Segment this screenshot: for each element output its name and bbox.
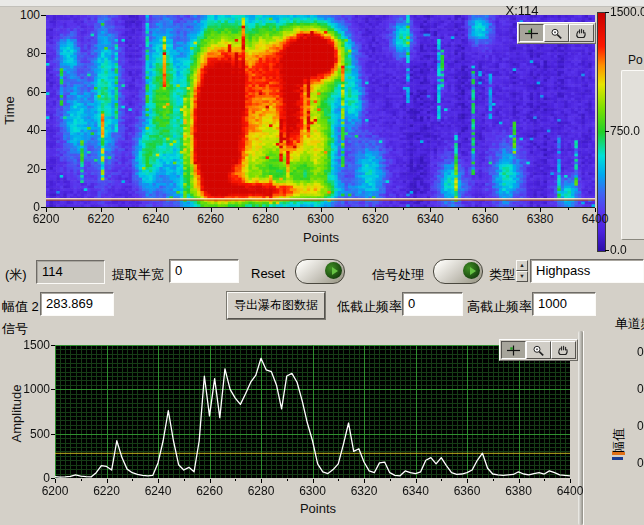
signal-x-minor-tick	[81, 479, 82, 481]
signal-x-tickmark	[570, 479, 571, 483]
hand-icon	[574, 28, 589, 39]
reset-toggle[interactable]	[295, 259, 345, 284]
signal-x-tick-label: 6340	[396, 484, 436, 498]
signal-x-tickmark	[519, 479, 520, 483]
crosshair-tool-button[interactable]	[501, 341, 526, 359]
signal-x-tick-label: 6200	[35, 484, 75, 498]
waterfall-x-minor-tick	[73, 208, 74, 210]
signal-x-tick-label: 6320	[344, 484, 384, 498]
waterfall-x-tick-label: 6400	[575, 212, 615, 226]
right-panel-amplitude-label: 幅值	[610, 428, 628, 454]
signal-x-minor-tick	[235, 479, 236, 481]
signal-x-minor-tick	[184, 479, 185, 481]
signal-y-tickmark	[51, 434, 55, 435]
waterfall-plot[interactable]	[46, 15, 595, 208]
spinner-down-icon[interactable]: ▼	[516, 271, 528, 282]
signal-x-tick-label: 6380	[499, 484, 539, 498]
waterfall-x-minor-tick	[128, 208, 129, 210]
signal-x-minor-tick	[493, 479, 494, 481]
hand-icon	[556, 345, 571, 356]
signal-x-tickmark	[158, 479, 159, 483]
low-cutoff-input[interactable]: 0	[402, 292, 463, 316]
signal-x-axis-title: Points	[296, 501, 340, 516]
waterfall-x-tickmark	[46, 208, 47, 212]
waterfall-x-minor-tick	[348, 208, 349, 210]
spinner-up-icon[interactable]: ▲	[516, 260, 528, 271]
waterfall-x-minor-tick	[458, 208, 459, 210]
right-panel-partial-tick: 0	[637, 382, 644, 396]
waterfall-y-tick-label: 60	[6, 85, 40, 99]
color-scale-tickmark	[605, 131, 609, 132]
signal-graph-palette	[499, 339, 578, 361]
meters-label: (米)	[5, 266, 27, 284]
signal-x-tickmark	[416, 479, 417, 483]
signal-y-tick-label: 0	[14, 471, 50, 485]
signal-x-tickmark	[210, 479, 211, 483]
waterfall-x-tickmark	[595, 208, 596, 212]
signal-x-tick-label: 6260	[190, 484, 230, 498]
waterfall-x-tick-label: 6280	[246, 212, 286, 226]
waterfall-y-tick-label: 20	[6, 162, 40, 176]
zoom-icon	[531, 345, 546, 356]
color-scale-tickmark	[605, 12, 609, 13]
waterfall-y-tick-label: 100	[6, 8, 40, 22]
signal-processing-label: 信号处理	[372, 266, 424, 284]
type-label: 类型	[489, 266, 515, 284]
waterfall-x-tickmark	[156, 208, 157, 212]
zoom-icon	[549, 28, 564, 39]
signal-x-tickmark	[313, 479, 314, 483]
color-scale-tickmark	[605, 250, 609, 251]
zoom-tool-button[interactable]	[544, 24, 569, 42]
labview-front-panel: Time Points X:114 Po (米)	[0, 0, 644, 525]
high-cutoff-input[interactable]: 1000	[532, 292, 596, 316]
signal-x-tickmark	[467, 479, 468, 483]
waterfall-y-tick-label: 80	[6, 46, 40, 60]
extract-halfwidth-input[interactable]: 0	[169, 259, 239, 283]
waterfall-x-tick-label: 6200	[26, 212, 66, 226]
waterfall-x-tickmark	[211, 208, 212, 212]
type-spinner[interactable]: ▲ ▼	[516, 260, 528, 282]
clipped-right-label: Po	[628, 53, 644, 67]
signal-x-minor-tick	[287, 479, 288, 481]
waterfall-x-tickmark	[321, 208, 322, 212]
toggle-knob-icon	[325, 262, 342, 279]
reset-label: Reset	[251, 266, 285, 281]
waterfall-x-tick-label: 6360	[465, 212, 505, 226]
zoom-tool-button[interactable]	[526, 341, 551, 359]
crosshair-tool-button[interactable]	[519, 24, 544, 42]
signal-x-tick-label: 6240	[138, 484, 178, 498]
amplitude2-label: 幅值 2	[2, 298, 39, 316]
waterfall-x-minor-tick	[513, 208, 514, 210]
signal-x-tick-label: 6400	[550, 484, 590, 498]
waterfall-x-minor-tick	[238, 208, 239, 210]
toggle-knob-icon	[463, 262, 480, 279]
waterfall-y-tickmark	[41, 130, 46, 131]
waterfall-x-tickmark	[266, 208, 267, 212]
waterfall-x-tickmark	[430, 208, 431, 212]
amplitude2-indicator: 283.869	[40, 292, 114, 316]
right-panel-partial-tick: 0	[637, 419, 644, 433]
filter-type-dropdown[interactable]: Highpass	[530, 259, 644, 283]
signal-x-tick-label: 6280	[241, 484, 281, 498]
signal-y-tick-label: 1500	[14, 338, 50, 352]
signal-x-tickmark	[364, 479, 365, 483]
waterfall-x-tick-label: 6340	[410, 212, 450, 226]
signal-section-label: 信号	[2, 320, 28, 338]
color-scale-tick-label: 0.0	[610, 243, 644, 257]
waterfall-x-tick-label: 6260	[191, 212, 231, 226]
signal-processing-toggle[interactable]	[433, 259, 483, 284]
export-waterfall-button[interactable]: 导出瀑布图数据	[227, 292, 325, 319]
signal-x-tick-label: 6300	[293, 484, 333, 498]
waterfall-x-tickmark	[540, 208, 541, 212]
signal-x-tickmark	[55, 479, 56, 483]
vertical-slider[interactable]	[621, 70, 644, 240]
pan-tool-button[interactable]	[551, 341, 576, 359]
waterfall-graph-palette	[517, 22, 596, 44]
waterfall-x-minor-tick	[568, 208, 569, 210]
right-panel-orange-mark	[612, 452, 625, 455]
pan-tool-button[interactable]	[569, 24, 594, 42]
signal-x-minor-tick	[441, 479, 442, 481]
waterfall-y-tickmark	[41, 15, 46, 16]
right-panel-partial-tick: 0	[637, 456, 644, 470]
signal-plot[interactable]	[55, 345, 570, 478]
